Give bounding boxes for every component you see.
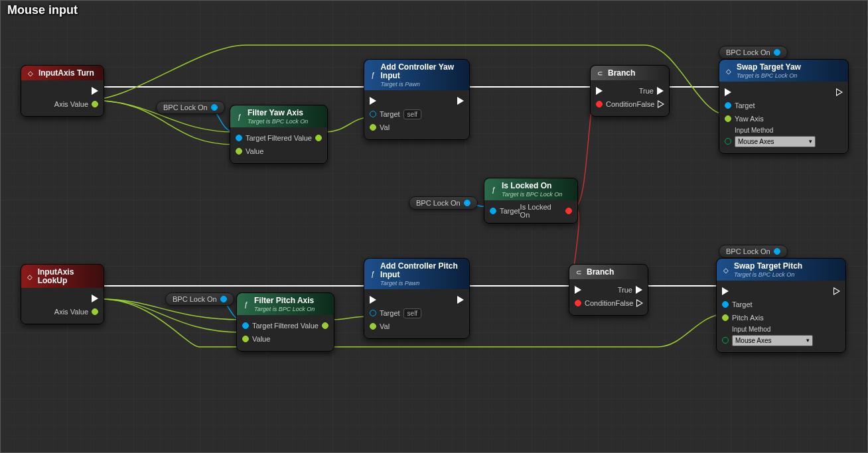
pin-label: Filtered Value: [274, 322, 319, 330]
pin-label: Input Method: [732, 326, 770, 333]
exec-in-pin[interactable]: [722, 287, 729, 295]
pin-label: Val: [380, 123, 390, 131]
node-title: InputAxis Turn: [38, 69, 94, 78]
object-pin[interactable]: [220, 296, 227, 302]
node-title: Filter Pitch Axis: [254, 296, 315, 305]
node-branch-2[interactable]: ⊂Branch True ConditionFalse: [569, 264, 648, 316]
branch-icon: ⊂: [575, 269, 583, 276]
pin-label: Input Method: [735, 127, 773, 134]
pin-label: False: [636, 100, 654, 108]
node-subtitle: Target is BPC Lock On: [737, 72, 801, 79]
node-filter-yaw-axis[interactable]: ƒFilter Yaw AxisTarget is BPC Lock On Ta…: [230, 105, 328, 164]
true-exec-pin[interactable]: [636, 286, 642, 294]
pin-label: Target: [380, 110, 400, 118]
blueprint-graph[interactable]: Mouse input { "title": "Mouse input", "t…: [0, 0, 868, 453]
node-subtitle: Target is BPC Lock On: [502, 191, 562, 198]
input-method-dropdown[interactable]: Mouse Axes: [735, 136, 816, 147]
exec-in-pin[interactable]: [596, 87, 603, 95]
target-in-pin[interactable]: [236, 135, 242, 141]
function-icon: ƒ: [236, 113, 244, 121]
object-pin[interactable]: [774, 248, 780, 255]
tag-label: BPC Lock On: [726, 48, 770, 56]
val-in-pin[interactable]: [370, 124, 376, 131]
pin-label: Value: [246, 147, 263, 155]
input-method-dropdown[interactable]: Mouse Axes: [732, 335, 813, 346]
exec-out-pin[interactable]: [92, 294, 98, 302]
target-in-pin[interactable]: [242, 322, 249, 329]
var-tag-bpc-lock-on-1[interactable]: BPC Lock On: [156, 101, 225, 114]
condition-pin[interactable]: [596, 101, 603, 107]
pin-label: Target: [732, 300, 753, 308]
target-in-pin[interactable]: [370, 111, 376, 117]
var-tag-bpc-lock-on-4[interactable]: BPC Lock On: [719, 46, 788, 59]
node-title: Swap Target Pitch: [734, 262, 802, 271]
node-inputaxis-turn[interactable]: ◇InputAxis Turn Axis Value: [21, 65, 104, 117]
node-title: InputAxis LookUp: [38, 268, 98, 285]
node-is-locked-on[interactable]: ƒIs Locked OnTarget is BPC Lock On Targe…: [484, 178, 578, 224]
branch-icon: ⊂: [596, 70, 604, 77]
pin-label: Condition: [606, 100, 636, 108]
node-title: Add Controller Yaw Input: [381, 63, 464, 80]
pin-label: True: [618, 286, 632, 294]
node-title: Branch: [608, 69, 635, 78]
self-box: self: [403, 308, 422, 318]
condition-pin[interactable]: [575, 300, 581, 306]
bool-out-pin[interactable]: [565, 208, 572, 214]
float-out-pin[interactable]: [322, 322, 328, 329]
exec-in-pin[interactable]: [370, 296, 376, 304]
exec-in-pin[interactable]: [725, 88, 731, 96]
target-in-pin[interactable]: [370, 310, 376, 316]
false-exec-pin[interactable]: [658, 100, 664, 108]
function-icon: ƒ: [490, 186, 498, 194]
value-in-pin[interactable]: [242, 336, 249, 342]
float-out-pin[interactable]: [92, 308, 98, 315]
object-pin[interactable]: [211, 104, 218, 111]
node-branch-1[interactable]: ⊂Branch True ConditionFalse: [590, 65, 670, 117]
object-pin[interactable]: [464, 200, 470, 206]
tag-label: BPC Lock On: [416, 199, 461, 207]
node-subtitle: Target is BPC Lock On: [734, 271, 802, 278]
pin-label: Target: [735, 101, 755, 109]
float-out-pin[interactable]: [315, 135, 322, 141]
node-swap-target-yaw[interactable]: ◇Swap Target YawTarget is BPC Lock On Ta…: [719, 59, 849, 154]
target-in-pin[interactable]: [722, 301, 729, 308]
pin-label: Pitch Axis: [732, 314, 764, 322]
true-exec-pin[interactable]: [657, 87, 664, 95]
event-icon: ◇: [27, 273, 34, 281]
pin-label: False: [615, 299, 633, 307]
node-swap-target-pitch[interactable]: ◇Swap Target PitchTarget is BPC Lock On …: [716, 258, 846, 353]
var-tag-bpc-lock-on-5[interactable]: BPC Lock On: [719, 245, 788, 258]
exec-out-pin[interactable]: [457, 296, 464, 304]
target-in-pin[interactable]: [725, 102, 731, 109]
exec-in-pin[interactable]: [575, 286, 581, 294]
float-out-pin[interactable]: [92, 101, 98, 107]
var-tag-bpc-lock-on-2[interactable]: BPC Lock On: [409, 196, 478, 210]
exec-out-pin[interactable]: [92, 87, 98, 95]
enum-in-pin[interactable]: [725, 138, 731, 145]
false-exec-pin[interactable]: [636, 299, 643, 307]
node-add-controller-yaw[interactable]: ƒAdd Controller Yaw InputTarget is Pawn …: [364, 59, 470, 140]
pin-label: Target: [380, 309, 400, 317]
var-tag-bpc-lock-on-3[interactable]: BPC Lock On: [165, 292, 234, 306]
node-inputaxis-lookup[interactable]: ◇InputAxis LookUp Axis Value: [21, 264, 104, 324]
exec-out-pin[interactable]: [833, 287, 840, 295]
exec-in-pin[interactable]: [370, 97, 376, 105]
node-title: Branch: [587, 268, 614, 277]
enum-in-pin[interactable]: [722, 337, 729, 344]
exec-out-pin[interactable]: [457, 97, 464, 105]
node-add-controller-pitch[interactable]: ƒAdd Controller Pitch InputTarget is Paw…: [364, 258, 470, 339]
node-filter-pitch-axis[interactable]: ƒFilter Pitch AxisTarget is BPC Lock On …: [236, 292, 334, 352]
object-pin[interactable]: [774, 49, 780, 56]
val-in-pin[interactable]: [370, 323, 376, 330]
tag-label: BPC Lock On: [163, 103, 208, 111]
exec-out-pin[interactable]: [836, 88, 843, 96]
pin-label: Axis Value: [54, 100, 88, 108]
value-in-pin[interactable]: [236, 148, 242, 155]
node-subtitle: Target is BPC Lock On: [248, 118, 308, 125]
target-in-pin[interactable]: [490, 208, 496, 214]
node-subtitle: Target is BPC Lock On: [254, 306, 315, 312]
tag-label: BPC Lock On: [173, 295, 217, 303]
pitch-in-pin[interactable]: [722, 314, 729, 321]
function-icon: ƒ: [370, 271, 376, 278]
yaw-in-pin[interactable]: [725, 115, 731, 122]
